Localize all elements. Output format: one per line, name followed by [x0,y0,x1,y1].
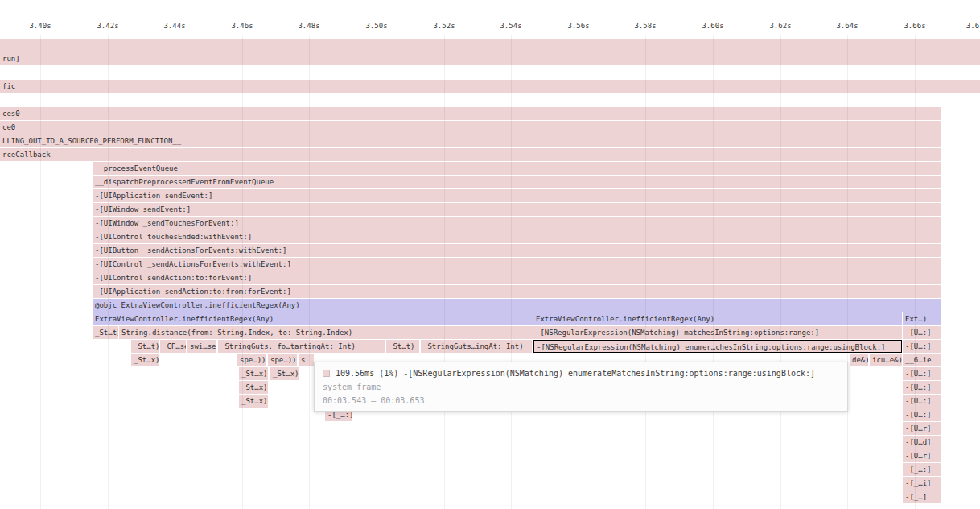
flame-bar[interactable]: _St…x) [239,395,268,408]
time-label: 3.6 [966,22,979,30]
flame-bar[interactable]: spe…)) [268,354,297,366]
time-label: 3.56s [567,22,589,30]
flame-graph-view: run]ficces0ce0LLING_OUT_TO_A_SOURCE0_PER… [0,0,980,509]
time-ruler[interactable]: 3.40s3.42s3.44s3.46s3.48s3.50s3.52s3.54s… [0,0,980,35]
flame-bar[interactable]: _St…t) [93,326,118,339]
tooltip-title: 109.56ms (1%) -[NSRegularExpression(NSMa… [336,369,815,378]
time-label: 3.52s [433,22,455,30]
flame-bar[interactable]: ce0 [0,121,941,134]
flame-bar[interactable]: ces0 [0,107,941,120]
tooltip-frame-kind: system frame [323,380,839,394]
flame-bar[interactable]: -[UIControl touchesEnded:withEvent:] [93,230,941,243]
flame-bar-selected[interactable]: -[NSRegularExpression(NSMatching) enumer… [533,340,902,353]
flame-bar[interactable]: Ext…) [903,312,941,325]
frame-color-swatch [323,370,330,377]
time-label: 3.64s [836,22,858,30]
tooltip: 109.56ms (1%) -[NSRegularExpression(NSMa… [314,362,848,412]
time-label: 3.66s [904,22,925,30]
flame-bar[interactable]: -[UIWindow sendEvent:] [93,203,941,216]
flame-bar[interactable]: _CF…se [160,340,186,353]
flame-bar[interactable]: -[U…:] [903,340,941,353]
flame-bar[interactable]: LLING_OUT_TO_A_SOURCE0_PERFORM_FUNCTION_… [0,134,941,147]
flame-bar[interactable]: @objc ExtraViewController.inefficientReg… [93,299,941,312]
tooltip-time-range: 00:03.543 — 00:03.653 [323,394,839,408]
time-label: 3.42s [97,22,118,30]
flame-bar[interactable]: -[UIApplication sendEvent:] [93,189,941,202]
time-label: 3.62s [769,22,791,30]
flame-bar[interactable]: -[_…i] [903,477,941,490]
flame-bar[interactable]: _St…x) [131,354,159,366]
tooltip-title-row: 109.56ms (1%) -[NSRegularExpression(NSMa… [323,366,839,380]
flame-bar[interactable]: run] [0,52,980,65]
flame-bar[interactable]: -[U…r] [903,422,941,435]
flame-bar[interactable]: -[UIApplication sendAction:to:from:forEv… [93,285,941,298]
flame-bar[interactable]: -[UIControl _sendActionsForEvents:withEv… [93,258,941,271]
flame-bar[interactable]: -[U…:] [903,408,941,421]
flame-bar[interactable]: -[U…:] [903,326,941,339]
time-label: 3.60s [702,22,723,30]
flame-bar[interactable]: -[NSRegularExpression(NSMatching) matche… [533,326,902,339]
flame-bar[interactable]: _St…t) [386,340,419,353]
flame-bar[interactable]: -[UIWindow _sendTouchesForEvent:] [93,217,941,230]
flame-bar[interactable]: _St…x) [270,367,299,380]
flame-bar[interactable]: swi…se [187,340,216,353]
flame-bar[interactable]: _St…x) [239,367,268,380]
flame-bar[interactable]: spe…)) [237,354,266,366]
flame-bar[interactable]: __6…ie [903,354,941,366]
flame-bar[interactable]: -[U…:] [903,395,941,408]
flame-bar[interactable]: icu…e&) [870,354,902,366]
flame-bar[interactable]: __processEventQueue [93,162,941,175]
flame-bar[interactable]: rceCallback [0,148,941,161]
flame-bar[interactable] [0,39,980,52]
time-label: 3.44s [163,22,185,30]
flame-bar[interactable]: s [299,354,314,366]
flame-bar[interactable]: -[_…:] [903,463,941,476]
time-label: 3.54s [500,22,521,30]
flame-bar[interactable]: -[U…:] [903,367,941,380]
flame-bar[interactable]: -[UIButton _sendActionsForEvents:withEve… [93,244,941,257]
flame-bar[interactable]: -[U…d] [903,436,941,449]
time-label: 3.50s [365,22,387,30]
time-label: 3.58s [634,22,656,30]
flame-bar[interactable]: -[_…] [903,490,941,503]
time-label: 3.48s [298,22,319,30]
flame-bar[interactable]: String.distance(from: String.Index, to: … [119,326,533,339]
flame-bar[interactable]: _StringGuts._fo…tartingAt: Int) [218,340,385,353]
flame-bar[interactable]: de&) [850,354,868,366]
flame-chart: run]ficces0ce0LLING_OUT_TO_A_SOURCE0_PER… [0,0,980,509]
flame-bar[interactable]: _St…t) [131,340,159,353]
time-label: 3.40s [29,22,51,30]
flame-bar[interactable]: fic [0,80,980,93]
time-label: 3.46s [231,22,253,30]
flame-bar[interactable]: -[U…r] [903,449,941,462]
flame-bar[interactable]: _StringGuts…ingAt: Int) [421,340,532,353]
flame-bar[interactable]: __dispatchPreprocessedEventFromEventQueu… [93,176,941,188]
flame-bar[interactable]: ExtraViewController.inefficientRegex(Any… [93,312,533,325]
flame-bar[interactable]: ExtraViewController.inefficientRegex(Any… [533,312,902,325]
flame-bar[interactable]: -[U…:] [903,381,941,394]
flame-bar[interactable]: -[UIControl sendAction:to:forEvent:] [93,271,941,284]
flame-bar[interactable]: _St…x) [239,381,268,394]
